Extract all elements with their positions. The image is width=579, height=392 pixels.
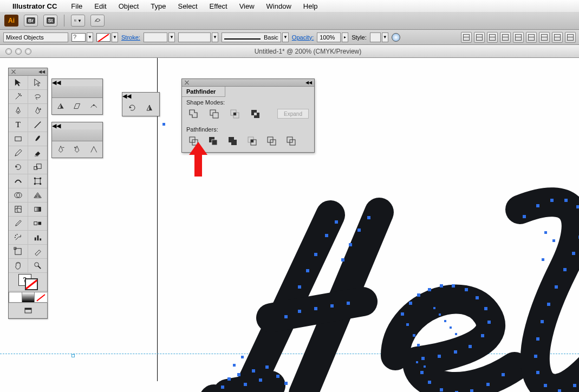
align-more-button[interactable] xyxy=(565,32,576,43)
panel-menu-icon[interactable]: ◀◀ xyxy=(52,79,102,86)
selection-handle[interactable] xyxy=(71,354,75,357)
align-bottom-button[interactable] xyxy=(526,32,537,43)
artboard-tool[interactable] xyxy=(9,245,28,259)
direct-selection-tool[interactable] xyxy=(28,76,48,90)
eraser-tool[interactable] xyxy=(28,146,48,160)
menu-file[interactable]: File xyxy=(66,2,87,10)
gradient-tool[interactable] xyxy=(28,202,48,217)
convert-anchor-icon[interactable] xyxy=(73,145,81,154)
align-top-button[interactable] xyxy=(500,32,511,43)
screen-mode-button[interactable] xyxy=(9,303,47,318)
rotate-tool[interactable] xyxy=(9,160,28,174)
shape-builder-tool[interactable] xyxy=(9,188,28,202)
crop-button[interactable] xyxy=(246,135,258,147)
menu-help[interactable]: Help xyxy=(298,2,323,10)
stroke-swatch[interactable] xyxy=(25,278,38,290)
zoom-tool[interactable] xyxy=(28,259,48,273)
color-mode-button[interactable] xyxy=(9,292,22,303)
close-icon[interactable] xyxy=(11,69,16,75)
reflect-tool-icon[interactable] xyxy=(145,103,154,113)
merge-button[interactable] xyxy=(226,135,238,147)
window-minimize-button[interactable] xyxy=(15,48,22,55)
symbol-sprayer-tool[interactable] xyxy=(9,231,28,245)
magic-wand-tool[interactable] xyxy=(9,90,28,104)
add-anchor-point-tool[interactable] xyxy=(28,104,48,118)
unite-button[interactable] xyxy=(187,108,199,120)
menu-object[interactable]: Object xyxy=(114,2,144,10)
pencil-tool[interactable] xyxy=(9,146,28,160)
paintbrush-tool[interactable] xyxy=(28,132,48,146)
menu-effect[interactable]: Effect xyxy=(205,2,232,10)
perspective-grid-tool[interactable] xyxy=(28,188,48,202)
exclude-button[interactable] xyxy=(249,108,261,120)
opacity-panel-link[interactable]: Opacity: xyxy=(292,34,314,41)
panel-menu-icon[interactable]: ◀◀ xyxy=(305,80,312,85)
pathfinder-tab[interactable]: Pathfinder xyxy=(182,87,225,97)
rotate-icon[interactable] xyxy=(127,103,137,113)
reshape-icon[interactable] xyxy=(89,101,98,111)
mini-tab[interactable] xyxy=(77,129,103,141)
opacity-dropdown[interactable]: 100%▸ xyxy=(317,32,348,42)
panel-menu-icon[interactable]: ◀◀ xyxy=(52,122,102,129)
distribute-h-button[interactable] xyxy=(539,32,550,43)
menu-select[interactable]: Select xyxy=(173,2,202,10)
hand-tool[interactable] xyxy=(9,259,28,273)
app-menu[interactable]: Illustrator CC xyxy=(8,2,62,10)
stroke-panel-link[interactable]: Stroke: xyxy=(121,34,140,41)
align-vcenter-button[interactable] xyxy=(513,32,524,43)
window-zoom-button[interactable] xyxy=(25,48,31,55)
var-width-profile-dropdown[interactable]: ▼ xyxy=(178,32,218,42)
blend-tool[interactable] xyxy=(28,217,48,231)
panel-menu-icon[interactable]: ◀◀ xyxy=(122,93,159,100)
free-transform-tool[interactable] xyxy=(28,174,48,188)
fill-stroke-swatch[interactable]: ? xyxy=(9,273,47,291)
delete-anchor-icon[interactable] xyxy=(56,145,65,154)
arrange-documents-button[interactable]: ▼ xyxy=(71,15,85,27)
menu-view[interactable]: View xyxy=(235,2,259,10)
selection-tool[interactable] xyxy=(9,76,28,90)
intersect-button[interactable] xyxy=(229,108,240,120)
selection-type-dropdown[interactable]: Mixed Objects xyxy=(3,32,68,42)
shear-icon[interactable] xyxy=(73,101,81,111)
none-mode-button[interactable] xyxy=(34,292,48,303)
align-left-button[interactable] xyxy=(461,32,472,43)
graphic-style-dropdown[interactable]: ▼ xyxy=(370,32,388,42)
stroke-weight-dropdown[interactable]: ▼ xyxy=(144,32,175,42)
gpu-preview-button[interactable] xyxy=(90,15,105,27)
stroke-color-dropdown[interactable]: ▼ xyxy=(96,32,118,42)
menu-edit[interactable]: Edit xyxy=(89,2,111,10)
mini-tab[interactable] xyxy=(77,86,103,97)
recolor-artwork-button[interactable] xyxy=(392,33,400,42)
lasso-tool[interactable] xyxy=(28,90,48,104)
scale-tool[interactable] xyxy=(28,160,48,174)
minus-back-button[interactable] xyxy=(285,135,297,147)
align-hcenter-button[interactable] xyxy=(474,32,485,43)
bridge-button[interactable]: Br xyxy=(24,15,38,27)
mini-tab[interactable] xyxy=(52,86,77,97)
column-graph-tool[interactable] xyxy=(28,231,48,245)
panel-menu-icon[interactable]: ◀◀ xyxy=(38,69,45,74)
mini-tab[interactable] xyxy=(52,129,77,141)
minus-front-button[interactable] xyxy=(208,108,220,120)
stock-button[interactable]: St xyxy=(43,15,57,27)
menu-window[interactable]: Window xyxy=(262,2,296,10)
fill-color-dropdown[interactable]: ? ▼ xyxy=(71,32,93,42)
mesh-tool[interactable] xyxy=(9,202,28,217)
align-right-button[interactable] xyxy=(487,32,498,43)
reflect-icon[interactable] xyxy=(56,101,65,111)
line-segment-tool[interactable] xyxy=(28,118,48,132)
width-tool[interactable] xyxy=(9,174,28,188)
eyedropper-tool[interactable] xyxy=(9,217,28,231)
pen-tool[interactable] xyxy=(9,104,28,118)
gradient-mode-button[interactable] xyxy=(22,292,35,303)
outline-button[interactable] xyxy=(265,135,277,147)
trim-button[interactable] xyxy=(207,135,219,147)
distribute-v-button[interactable] xyxy=(552,32,563,43)
window-close-button[interactable] xyxy=(5,48,12,55)
type-tool[interactable]: T xyxy=(9,118,28,132)
brush-definition-dropdown[interactable]: Basic ▼ xyxy=(222,32,289,42)
rectangle-tool[interactable] xyxy=(9,132,28,146)
close-icon[interactable] xyxy=(184,80,190,86)
anchor-point-icon[interactable] xyxy=(89,145,98,154)
menu-type[interactable]: Type xyxy=(146,2,171,10)
